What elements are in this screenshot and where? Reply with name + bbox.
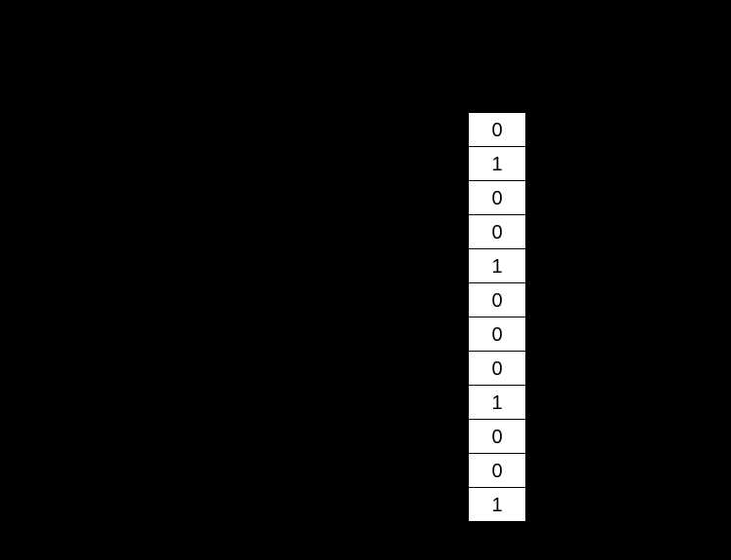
cell-8: 1 xyxy=(468,385,526,420)
cell-11: 1 xyxy=(468,487,526,522)
cell-6: 0 xyxy=(468,317,526,352)
cell-4: 1 xyxy=(468,248,526,283)
cell-0: 0 xyxy=(468,112,526,147)
binary-column: 0 1 0 0 1 0 0 0 1 0 0 1 xyxy=(468,112,526,522)
cell-10: 0 xyxy=(468,453,526,488)
cell-9: 0 xyxy=(468,419,526,454)
cell-3: 0 xyxy=(468,214,526,249)
cell-1: 1 xyxy=(468,146,526,181)
cell-7: 0 xyxy=(468,351,526,386)
cell-5: 0 xyxy=(468,282,526,317)
cell-2: 0 xyxy=(468,180,526,215)
